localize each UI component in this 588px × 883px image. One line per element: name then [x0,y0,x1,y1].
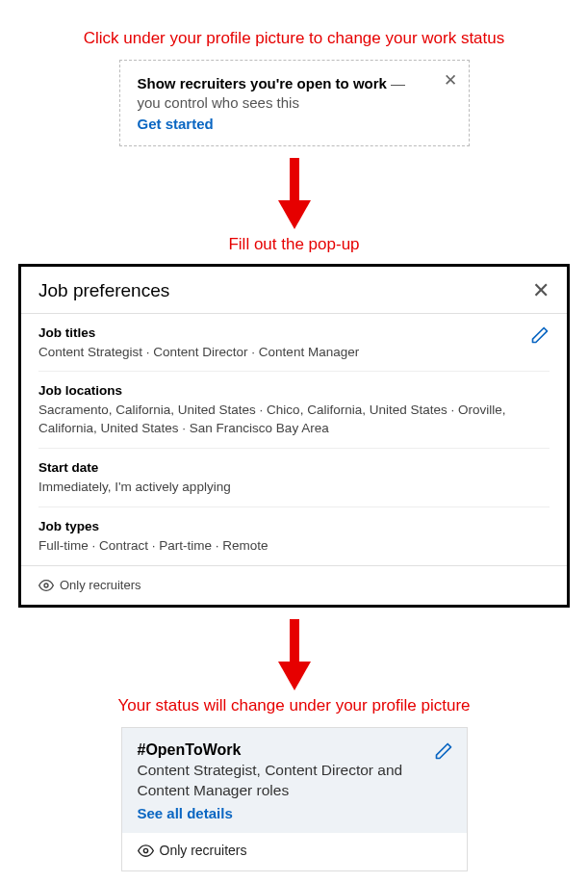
status-card-top: #OpenToWork Content Strategist, Content … [122,728,467,833]
section-job-types: Job types Full-time · Contract · Part-ti… [38,507,550,565]
popup-header: Job preferences ✕ [21,267,567,314]
section-value-job-types: Full-time · Contract · Part-time · Remot… [38,537,550,556]
svg-marker-4 [278,662,311,690]
close-icon[interactable]: ✕ [532,280,550,301]
status-footer-text: Only recruiters [160,843,247,858]
svg-point-2 [44,584,48,587]
section-title-job-types: Job types [38,519,550,533]
arrow-down-2 [0,619,588,690]
popup-body: Job titles Content Strategist · Content … [21,314,567,565]
eye-icon [38,578,54,593]
arrow-down-1 [0,158,588,229]
status-card-footer: Only recruiters [122,833,467,870]
svg-point-5 [143,848,147,852]
status-hashtag: #OpenToWork [138,741,451,759]
eye-icon [138,843,154,859]
see-all-details-link[interactable]: See all details [138,805,451,821]
section-value-job-titles: Content Strategist · Content Director · … [38,344,550,362]
section-value-job-locations: Sacramento, California, United States · … [38,402,550,438]
open-to-work-promo-card: ✕ Show recruiters you're open to work — … [119,60,470,146]
svg-rect-0 [290,158,299,202]
popup-footer-text: Only recruiters [60,578,141,592]
section-title-job-titles: Job titles [38,325,550,340]
open-to-work-status-card: #OpenToWork Content Strategist, Content … [121,727,468,871]
instruction-step-1: Click under your profile picture to chan… [0,29,588,48]
section-start-date: Start date Immediately, I'm actively app… [38,449,550,507]
section-value-start-date: Immediately, I'm actively applying [38,479,550,497]
close-icon[interactable]: ✕ [444,70,457,91]
status-description: Content Strategist, Content Director and… [138,761,451,801]
section-title-job-locations: Job locations [38,383,550,398]
pencil-icon[interactable] [530,325,550,349]
section-job-titles: Job titles Content Strategist · Content … [38,314,550,373]
popup-footer: Only recruiters [21,565,567,605]
get-started-link[interactable]: Get started [138,116,451,132]
section-job-locations: Job locations Sacramento, California, Un… [38,372,550,449]
svg-marker-1 [278,200,311,229]
promo-bold: Show recruiters you're open to work [138,75,387,91]
promo-text: Show recruiters you're open to work — yo… [138,74,451,114]
arrow-down-icon [278,158,311,229]
instruction-step-3: Your status will change under your profi… [0,696,588,715]
popup-title: Job preferences [38,280,169,301]
instruction-step-2: Fill out the pop-up [0,235,588,254]
arrow-down-icon [278,619,311,690]
svg-rect-3 [290,619,299,663]
pencil-icon[interactable] [434,741,453,765]
job-preferences-popup: Job preferences ✕ Job titles Content Str… [18,264,570,608]
section-title-start-date: Start date [38,460,550,475]
